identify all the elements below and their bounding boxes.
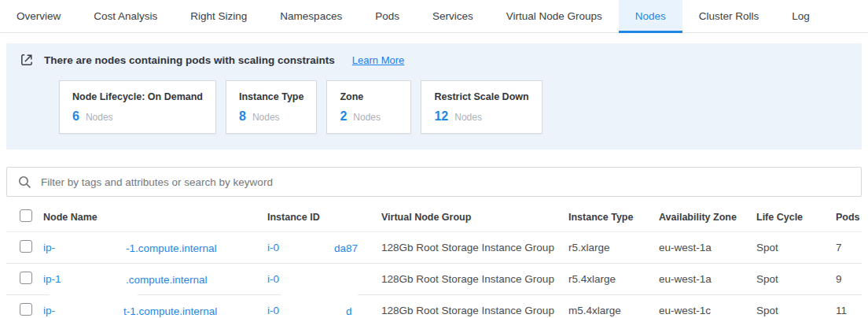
col-virtual-node-group: Virtual Node Group [381,212,568,223]
instance-id-link[interactable]: i-0 [267,305,279,316]
node-name-link[interactable]: t-1.compute.internal [123,305,217,316]
node-name-link[interactable]: ip- [43,242,55,253]
row-checkbox[interactable] [20,303,32,316]
tab-log[interactable]: Log [775,0,826,32]
col-node-name: Node Name [43,212,267,223]
node-name-link[interactable]: ip-1 [43,273,61,285]
instance-type-cell: r5.xlarge [568,242,659,253]
pods-cell: 7 [836,242,862,253]
card-instance-type[interactable]: Instance Type 8 Nodes [226,80,317,134]
instance-id-link[interactable]: da87 [334,242,358,253]
node-name-link[interactable]: ip- [43,305,55,316]
life-cycle-cell: Spot [756,305,836,316]
pods-cell: 9 [836,273,862,285]
row-checkbox[interactable] [20,272,32,284]
virtual-node-group-cell: 128Gb Root Storage Instance Group [381,273,568,285]
tab-pods[interactable]: Pods [359,0,416,32]
table-row[interactable]: ip- t-1.compute.internal i-0 d 128Gb Roo… [6,295,862,318]
learn-more-link[interactable]: Learn More [352,54,404,66]
table-row[interactable]: ip-1 .compute.internal i-0 128Gb Root St… [6,264,862,295]
virtual-node-group-cell: 128Gb Root Storage Instance Group [381,305,568,316]
instance-id-cell: i-0 da87 [267,232,381,263]
card-restrict-scale-down[interactable]: Restrict Scale Down 12 Nodes [421,80,542,134]
card-unit: Nodes [454,112,482,123]
card-value: 8 [239,109,246,124]
node-name-cell: ip- t-1.compute.internal [43,295,267,318]
table-header: Node Name Instance ID Virtual Node Group… [6,202,862,232]
tab-namespaces[interactable]: Namespaces [263,0,359,32]
card-value: 12 [434,109,448,124]
card-title: Node Lifecycle: On Demand [72,91,203,102]
tab-services[interactable]: Services [416,0,490,32]
virtual-node-group-cell: 128Gb Root Storage Instance Group [381,242,568,253]
instance-id-link[interactable]: d [346,305,352,316]
card-title: Restrict Scale Down [434,91,528,102]
scaling-constraints-banner: There are nodes containing pods with sca… [6,43,862,150]
redaction-mask [50,293,138,296]
card-title: Instance Type [239,91,303,102]
life-cycle-cell: Spot [756,273,836,285]
col-availability-zone: Availability Zone [659,212,756,223]
nodes-table: Node Name Instance ID Virtual Node Group… [6,202,862,318]
search-icon [18,176,31,189]
instance-type-cell: r5.4xlarge [568,273,659,285]
tab-bar: Overview Cost Analysis Right Sizing Name… [0,0,868,33]
node-name-link[interactable]: -1.compute.internal [126,242,217,253]
instance-id-cell: i-0 [267,264,381,294]
col-instance-id: Instance ID [267,212,381,223]
col-life-cycle: Life Cycle [756,212,836,223]
search-input[interactable] [41,176,851,188]
card-unit: Nodes [86,112,113,123]
table-row[interactable]: ip- -1.compute.internal i-0 da87 128Gb R… [6,232,862,264]
col-instance-type: Instance Type [568,212,659,223]
tab-virtual-node-groups[interactable]: Virtual Node Groups [490,0,619,32]
tab-nodes[interactable]: Nodes [619,0,682,32]
card-unit: Nodes [353,112,381,123]
card-node-lifecycle[interactable]: Node Lifecycle: On Demand 6 Nodes [59,80,216,134]
availability-zone-cell: eu-west-1a [659,273,756,285]
card-value: 6 [72,109,79,124]
tab-cluster-rolls[interactable]: Cluster Rolls [682,0,776,32]
scale-up-icon [20,53,34,67]
tab-cost-analysis[interactable]: Cost Analysis [77,0,174,32]
card-value: 2 [340,109,347,124]
constraint-cards: Node Lifecycle: On Demand 6 Nodes Instan… [59,80,862,134]
card-title: Zone [340,91,398,102]
instance-id-cell: i-0 d [267,295,381,318]
life-cycle-cell: Spot [756,242,836,253]
card-unit: Nodes [252,112,280,123]
redaction-mask [281,293,358,296]
banner-message: There are nodes containing pods with sca… [44,54,335,66]
node-name-link[interactable]: .compute.internal [126,273,208,285]
instance-id-link[interactable]: i-0 [267,242,279,253]
select-all-checkbox[interactable] [20,209,32,222]
node-name-cell: ip- -1.compute.internal [43,232,267,263]
availability-zone-cell: eu-west-1a [659,242,756,253]
row-checkbox[interactable] [20,240,32,253]
node-name-cell: ip-1 .compute.internal [43,264,267,294]
availability-zone-cell: eu-west-1c [659,305,756,316]
col-pods: Pods [836,212,862,223]
pods-cell: 11 [836,305,862,316]
card-zone[interactable]: Zone 2 Nodes [326,80,411,134]
instance-type-cell: m5.4xlarge [568,305,659,316]
tab-right-sizing[interactable]: Right Sizing [174,0,263,32]
filter-bar [6,167,862,197]
tab-overview[interactable]: Overview [0,0,77,32]
instance-id-link[interactable]: i-0 [267,273,279,285]
